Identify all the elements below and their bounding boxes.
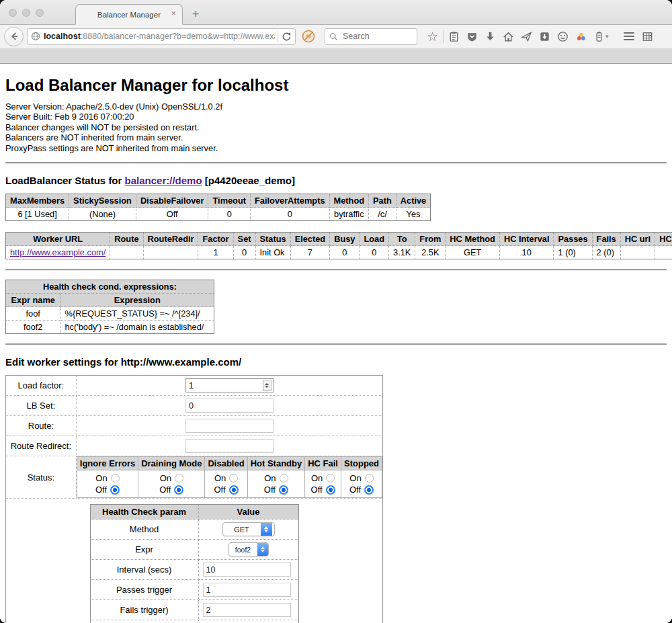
send-tab-button[interactable] bbox=[517, 28, 536, 46]
col-factor: Factor bbox=[198, 233, 233, 246]
hc-expr-select[interactable]: foof2 bbox=[228, 542, 269, 556]
menu-button[interactable] bbox=[620, 28, 638, 46]
on-label: On bbox=[95, 472, 107, 484]
col-expr-name: Expr name bbox=[6, 294, 61, 307]
window-zoom-button[interactable] bbox=[36, 9, 44, 17]
radio-stopped-off[interactable] bbox=[364, 485, 374, 495]
radio-stopped-on[interactable] bbox=[365, 474, 374, 483]
off-label: Off bbox=[349, 484, 361, 495]
select-arrows-icon bbox=[261, 523, 272, 536]
page-grid-button[interactable] bbox=[638, 28, 657, 46]
url-input[interactable]: localhost:8880/balancer-manager?b=demo&w… bbox=[44, 32, 275, 41]
col-to: To bbox=[389, 233, 415, 246]
balancer-demo-link[interactable]: balancer://demo bbox=[125, 175, 202, 186]
load-factor-stepper[interactable] bbox=[185, 378, 274, 392]
pocket-button[interactable] bbox=[463, 28, 481, 46]
color-dots-icon bbox=[575, 30, 587, 43]
route-redirect-input[interactable] bbox=[185, 439, 274, 453]
hc-interval-input[interactable] bbox=[203, 563, 291, 577]
col-stickysession: StickySession bbox=[69, 194, 136, 208]
hc-value-header: Value bbox=[198, 505, 298, 520]
radio-draining-mode-off[interactable] bbox=[174, 485, 183, 495]
reload-icon[interactable] bbox=[281, 31, 292, 42]
status-col-draining-mode: Draining Mode bbox=[138, 457, 205, 470]
bookmarks-menu-button[interactable] bbox=[445, 28, 463, 46]
bookmark-star-button[interactable]: ☆ bbox=[423, 28, 442, 46]
edit-worker-form: Load factor: LB Set: Route: Route Redire… bbox=[5, 375, 383, 623]
on-label: On bbox=[349, 472, 361, 484]
cell-from: 2.5K bbox=[415, 246, 446, 259]
search-bar[interactable] bbox=[325, 28, 417, 45]
inherit-note: Balancers are NOT inherited from main se… bbox=[5, 132, 667, 142]
route-input[interactable] bbox=[185, 419, 274, 433]
page-title: Load Balancer Manager for localhost bbox=[5, 76, 667, 95]
radio-disabled-on[interactable] bbox=[229, 474, 238, 483]
hc-passes-input[interactable] bbox=[203, 583, 291, 597]
on-label: On bbox=[214, 472, 226, 484]
radio-disabled-off[interactable] bbox=[229, 485, 239, 495]
radio-hot-standby-off[interactable] bbox=[279, 485, 288, 495]
worker-url-link[interactable]: http://www.example.com/ bbox=[10, 247, 106, 257]
cell-route bbox=[110, 246, 143, 259]
plugin-blocked-button[interactable] bbox=[299, 28, 317, 46]
col-fails: Fails bbox=[592, 233, 620, 246]
radio-hot-standby-on[interactable] bbox=[280, 474, 288, 483]
hc-fails-input[interactable] bbox=[203, 603, 291, 617]
tab-balancer-manager[interactable]: Balancer Manager × bbox=[75, 4, 183, 25]
load-factor-input[interactable] bbox=[186, 381, 263, 390]
radio-hc-fail-off[interactable] bbox=[326, 485, 335, 495]
download-arrow-icon bbox=[484, 30, 497, 43]
back-button[interactable] bbox=[4, 27, 24, 46]
chevron-down-icon[interactable]: ▾ bbox=[605, 33, 609, 40]
col-route: Route bbox=[110, 233, 143, 246]
load-factor-label: Load factor: bbox=[6, 376, 77, 396]
feedback-button[interactable] bbox=[554, 28, 572, 46]
hc-passes-label: Passes trigger bbox=[90, 580, 198, 600]
on-label: On bbox=[160, 472, 171, 484]
col-failoverattempts: FailoverAttempts bbox=[251, 194, 330, 208]
url-host: localhost bbox=[44, 32, 81, 41]
off-label: Off bbox=[264, 484, 276, 495]
status-label: Status: bbox=[6, 456, 77, 499]
hc-method-select[interactable]: GET bbox=[222, 522, 275, 536]
cell-path: /c/ bbox=[369, 208, 396, 221]
new-tab-button[interactable]: + bbox=[192, 7, 200, 22]
cell-elected: 7 bbox=[290, 246, 330, 259]
radio-hc-fail-on[interactable] bbox=[326, 474, 335, 483]
table-header-row: Expr name Expression bbox=[6, 294, 214, 307]
hc-row-uri: HC uri bbox=[90, 620, 298, 623]
color-theme-button[interactable] bbox=[572, 28, 590, 46]
cell-routeredir bbox=[143, 246, 198, 259]
form-row-health-check: Health Check param Value Method GET bbox=[6, 499, 383, 623]
lb-set-input[interactable] bbox=[185, 399, 274, 413]
home-button[interactable] bbox=[499, 28, 517, 46]
window-minimize-button[interactable] bbox=[22, 9, 30, 17]
bookmarks-bar bbox=[0, 48, 672, 64]
off-label: Off bbox=[214, 484, 225, 495]
cell-expression: hc('body') =~ /domain is established/ bbox=[60, 321, 214, 334]
radio-ignore-errors-off[interactable] bbox=[110, 485, 120, 495]
save-to-pocket-button[interactable] bbox=[536, 28, 554, 46]
tab-close-icon[interactable]: × bbox=[171, 9, 176, 18]
table-header-row: MaxMembers StickySession DisableFailover… bbox=[6, 194, 431, 208]
url-bar[interactable]: localhost:8880/balancer-manager?b=demo&w… bbox=[27, 28, 296, 45]
window-close-button[interactable] bbox=[9, 9, 17, 17]
expr-table-title: Health check cond. expressions: bbox=[6, 280, 214, 294]
square-download-icon bbox=[538, 30, 551, 43]
on-label: On bbox=[264, 472, 276, 484]
radio-draining-mode-on[interactable] bbox=[175, 474, 183, 483]
col-passes: Passes bbox=[554, 233, 592, 246]
radio-ignore-errors-on[interactable] bbox=[111, 474, 120, 483]
cell-stickysession: (None) bbox=[69, 208, 136, 221]
window-controls bbox=[9, 9, 44, 17]
search-input[interactable] bbox=[341, 31, 413, 42]
toolbar-icons: ☆ bbox=[423, 28, 657, 46]
stepper-arrows-icon[interactable] bbox=[263, 380, 271, 391]
hc-method-label: Method bbox=[90, 520, 198, 540]
col-timeout: Timeout bbox=[208, 194, 251, 208]
hc-row-expr: Expr foof2 bbox=[90, 540, 298, 560]
downloads-button[interactable] bbox=[481, 28, 499, 46]
server-built: Server Built: Feb 9 2016 07:00:20 bbox=[5, 112, 667, 122]
cell-active: Yes bbox=[396, 208, 430, 221]
col-worker-url: Worker URL bbox=[6, 233, 110, 246]
